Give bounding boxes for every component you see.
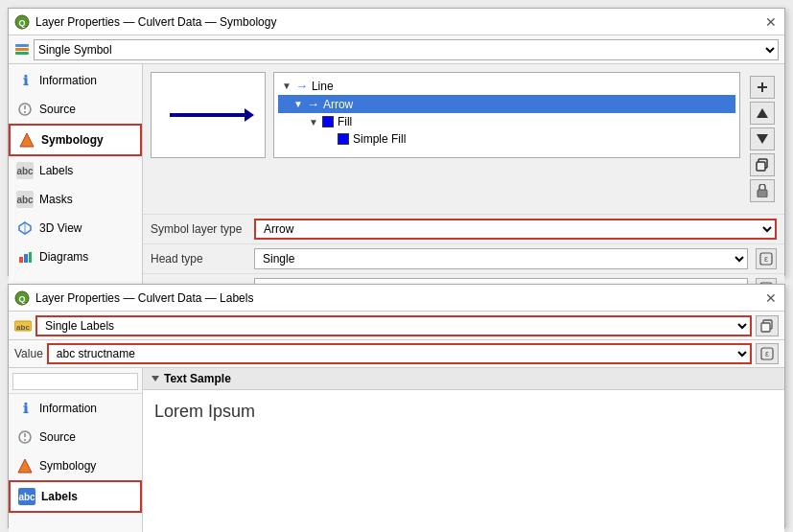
svg-rect-19 bbox=[757, 162, 765, 171]
labels-window: Q Layer Properties — Culvert Data — Labe… bbox=[8, 284, 785, 528]
sidebar-item-information[interactable]: ℹ Information bbox=[9, 66, 142, 95]
arrow-preview-graphic bbox=[170, 113, 246, 117]
collapse-arrow-icon bbox=[151, 374, 160, 383]
value-expr-button[interactable]: ε bbox=[756, 343, 779, 364]
head-type-row: Head type Single ε bbox=[143, 243, 784, 273]
head-type-expr-button[interactable]: ε bbox=[756, 248, 777, 269]
sidebar-search-input[interactable] bbox=[12, 373, 138, 390]
symbology-icon bbox=[18, 131, 35, 149]
duplicate-button[interactable] bbox=[750, 153, 775, 176]
sidebar-item-labels[interactable]: abc Labels bbox=[9, 156, 142, 185]
sidebar-item-symbology-label: Symbology bbox=[41, 133, 104, 147]
simple-fill-color-icon bbox=[338, 133, 349, 145]
symbol-tree-area: ▼ → Line ▼ → Arrow ▼ Fill bbox=[143, 64, 784, 214]
svg-text:ε: ε bbox=[764, 254, 768, 264]
text-sample-content: Lorem Ipsum bbox=[143, 390, 784, 532]
labels-sidebar-item-information-label: Information bbox=[39, 402, 97, 415]
labels-copy-button[interactable] bbox=[756, 315, 779, 336]
line-arrow-icon: → bbox=[295, 79, 308, 93]
sidebar-item-3dview-label: 3D View bbox=[39, 221, 82, 235]
sidebar-item-information-label: Information bbox=[39, 74, 97, 87]
svg-text:abc: abc bbox=[16, 323, 30, 332]
svg-marker-8 bbox=[20, 133, 34, 147]
svg-rect-2 bbox=[15, 44, 29, 47]
value-field-select[interactable]: abc structname bbox=[47, 343, 752, 364]
labels-labels-icon: abc bbox=[18, 488, 35, 505]
tree-item-simple-fill[interactable]: Simple Fill bbox=[278, 130, 735, 148]
labels-sidebar-item-labels-label: Labels bbox=[41, 490, 78, 503]
value-label: Value bbox=[14, 347, 43, 360]
expression-icon-3: ε bbox=[760, 347, 774, 360]
tree-expand-icon-arrow: ▼ bbox=[293, 99, 303, 109]
labels-window-title: Layer Properties — Culvert Data — Labels bbox=[35, 291, 253, 305]
svg-marker-37 bbox=[152, 376, 159, 382]
labels-sidebar-item-source-label: Source bbox=[39, 430, 76, 444]
sidebar-item-source-label: Source bbox=[39, 103, 76, 116]
move-up-button[interactable] bbox=[750, 102, 775, 125]
labels-sidebar-item-source[interactable]: Source bbox=[9, 423, 142, 451]
lock-icon bbox=[757, 184, 768, 197]
labels-sidebar-item-symbology[interactable]: Symbology bbox=[9, 451, 142, 480]
svg-rect-13 bbox=[29, 252, 32, 263]
labels-information-icon: ℹ bbox=[16, 400, 34, 417]
down-arrow-icon bbox=[757, 133, 768, 145]
svg-rect-20 bbox=[758, 190, 767, 197]
sidebar-item-diagrams[interactable]: Diagrams bbox=[9, 243, 142, 271]
labels-sidebar-item-labels[interactable]: abc Labels bbox=[9, 480, 142, 513]
tree-item-fill[interactable]: ▼ Fill bbox=[278, 113, 735, 130]
move-down-button[interactable] bbox=[750, 127, 775, 150]
tree-action-buttons bbox=[748, 72, 777, 206]
svg-marker-36 bbox=[18, 459, 32, 473]
labels-sidebar: ℹ Information Source Symbology abc L bbox=[9, 368, 143, 532]
sidebar-item-3dview[interactable]: 3D View bbox=[9, 214, 142, 243]
expression-icon: ε bbox=[759, 252, 773, 266]
qgis-icon: Q bbox=[14, 14, 30, 30]
svg-point-7 bbox=[24, 111, 26, 113]
3dview-icon bbox=[16, 220, 34, 237]
labels-symbology-icon bbox=[16, 457, 34, 474]
svg-rect-11 bbox=[19, 257, 23, 263]
labels-body: ℹ Information Source Symbology abc L bbox=[9, 368, 784, 532]
tree-item-arrow-label: Arrow bbox=[323, 98, 353, 111]
svg-rect-4 bbox=[15, 52, 29, 55]
masks-icon: abc bbox=[16, 191, 34, 208]
labels-sidebar-item-information[interactable]: ℹ Information bbox=[9, 394, 142, 423]
qgis-icon-2: Q bbox=[14, 290, 30, 306]
symbology-toolbar-icon bbox=[14, 42, 30, 58]
sidebar-item-symbology[interactable]: Symbology bbox=[9, 124, 142, 156]
information-icon: ℹ bbox=[16, 72, 34, 89]
tree-item-simple-fill-label: Simple Fill bbox=[353, 132, 406, 146]
value-row: Value abc structname ε bbox=[9, 340, 784, 368]
tree-expand-icon-fill: ▼ bbox=[309, 117, 318, 127]
symbol-tree: ▼ → Line ▼ → Arrow ▼ Fill bbox=[273, 72, 740, 158]
sidebar-item-labels-label: Labels bbox=[39, 164, 73, 177]
symbology-window-title: Layer Properties — Culvert Data — Symbol… bbox=[35, 15, 276, 29]
symbol-layer-type-select[interactable]: Arrow bbox=[254, 219, 777, 240]
sidebar-item-masks[interactable]: abc Masks bbox=[9, 185, 142, 214]
single-symbol-dropdown[interactable]: Single Symbol bbox=[34, 39, 779, 60]
symbology-toolbar: Single Symbol bbox=[9, 35, 784, 64]
labels-close-button[interactable]: ✕ bbox=[763, 290, 779, 306]
diagrams-icon bbox=[16, 248, 34, 266]
symbology-close-button[interactable]: ✕ bbox=[763, 14, 779, 30]
add-layer-button[interactable] bbox=[750, 76, 775, 99]
symbology-titlebar: Q Layer Properties — Culvert Data — Symb… bbox=[9, 9, 784, 35]
symbology-window: Q Layer Properties — Culvert Data — Symb… bbox=[8, 8, 785, 276]
svg-text:ε: ε bbox=[765, 349, 769, 359]
tree-item-arrow[interactable]: ▼ → Arrow bbox=[278, 95, 735, 113]
svg-rect-12 bbox=[24, 254, 28, 263]
tree-item-line[interactable]: ▼ → Line bbox=[278, 77, 735, 95]
source-icon bbox=[16, 101, 34, 118]
labels-sidebar-item-symbology-label: Symbology bbox=[39, 459, 96, 473]
labels-title-group: Q Layer Properties — Culvert Data — Labe… bbox=[14, 290, 253, 306]
labels-sidebar-search bbox=[9, 370, 142, 394]
single-labels-dropdown[interactable]: Single Labels bbox=[35, 315, 752, 336]
sidebar-item-source[interactable]: Source bbox=[9, 95, 142, 124]
head-type-select[interactable]: Single bbox=[254, 248, 748, 269]
symbology-title-group: Q Layer Properties — Culvert Data — Symb… bbox=[14, 14, 276, 30]
text-sample-text: Lorem Ipsum bbox=[154, 402, 255, 421]
sidebar-item-diagrams-label: Diagrams bbox=[39, 250, 88, 264]
labels-source-icon bbox=[16, 428, 34, 446]
text-sample-header: Text Sample bbox=[143, 368, 784, 390]
lock-button[interactable] bbox=[750, 179, 775, 202]
